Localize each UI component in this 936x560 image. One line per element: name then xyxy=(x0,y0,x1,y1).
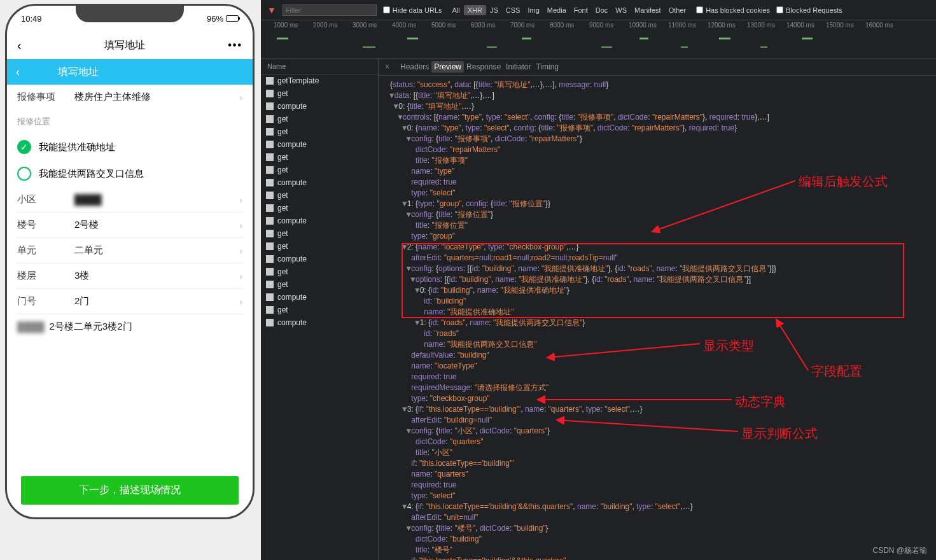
request-item[interactable]: compute xyxy=(261,138,378,151)
filter-type-xhr[interactable]: XHR xyxy=(464,5,486,15)
tab-headers[interactable]: Headers xyxy=(398,61,431,73)
file-icon xyxy=(266,230,274,237)
annotation-label: 动态字典 xyxy=(735,393,786,410)
request-item[interactable]: get xyxy=(261,113,378,125)
radio-crossroads[interactable]: 我能提供两路交叉口信息 xyxy=(7,160,253,187)
request-item[interactable]: compute xyxy=(261,316,378,329)
request-item[interactable]: compute xyxy=(261,253,378,265)
filter-type-doc[interactable]: Doc xyxy=(592,5,612,15)
request-item[interactable]: get xyxy=(261,164,378,176)
page-title-2: 填写地址 xyxy=(58,66,99,79)
request-item[interactable]: getTemplate xyxy=(261,74,378,87)
request-item[interactable]: get xyxy=(261,125,378,138)
request-name: get xyxy=(277,305,288,314)
form-row-repair[interactable]: 报修事项 楼房住户主体维修 › xyxy=(7,85,253,109)
form-row[interactable]: 小区████› xyxy=(7,187,253,212)
phone-notch xyxy=(76,6,184,22)
more-icon[interactable]: ••• xyxy=(228,39,242,51)
form-row[interactable]: 楼号2号楼› xyxy=(7,213,253,237)
filter-type-media[interactable]: Media xyxy=(543,5,570,15)
file-icon xyxy=(266,268,274,276)
request-item[interactable]: get xyxy=(261,304,378,316)
request-item[interactable]: get xyxy=(261,265,378,278)
request-name: get xyxy=(277,127,288,136)
request-name: compute xyxy=(277,216,307,225)
network-timeline[interactable]: 1000 ms2000 ms3000 ms4000 ms5000 ms6000 … xyxy=(261,20,936,59)
request-list-header: Name xyxy=(261,59,378,74)
form-row[interactable]: 门号2门› xyxy=(7,289,253,314)
file-icon xyxy=(266,319,274,326)
request-item[interactable]: get xyxy=(261,278,378,291)
row-value: 楼房住户主体维修 xyxy=(74,91,239,103)
chevron-right-icon: › xyxy=(239,271,242,281)
request-name: get xyxy=(277,153,288,162)
form-row[interactable]: 楼层3楼› xyxy=(7,263,253,288)
summary-row: ████ 2号楼二单元3楼2门 xyxy=(7,314,253,339)
tab-preview[interactable]: Preview xyxy=(431,61,464,73)
filter-type-other[interactable]: Other xyxy=(665,5,690,15)
filter-input[interactable] xyxy=(283,4,377,16)
chevron-right-icon: › xyxy=(239,92,242,102)
filter-type-all[interactable]: All xyxy=(449,5,464,15)
row-label: 门号 xyxy=(17,295,74,307)
close-icon[interactable]: × xyxy=(385,62,389,71)
file-icon xyxy=(266,192,274,199)
back-icon[interactable]: ‹ xyxy=(17,38,22,53)
row-label: 小区 xyxy=(17,193,74,206)
form-row[interactable]: 单元二单元› xyxy=(7,238,253,263)
filter-type-img[interactable]: Img xyxy=(524,5,543,15)
nav-bar-1: ‹ 填写地址 ••• xyxy=(7,31,253,59)
request-name: get xyxy=(277,89,288,98)
next-button[interactable]: 下一步，描述现场情况 xyxy=(21,476,239,505)
request-item[interactable]: get xyxy=(261,87,378,100)
request-item[interactable]: get xyxy=(261,189,378,202)
row-label: 楼号 xyxy=(17,219,74,231)
request-name: compute xyxy=(277,293,307,302)
request-item[interactable]: compute xyxy=(261,176,378,189)
filter-type-js[interactable]: JS xyxy=(486,5,502,15)
filter-type-css[interactable]: CSS xyxy=(502,5,524,15)
file-icon xyxy=(266,242,274,250)
filter-icon[interactable]: ▼ xyxy=(267,5,276,15)
request-item[interactable]: compute xyxy=(261,100,378,113)
radio-label: 我能提供两路交叉口信息 xyxy=(39,168,144,180)
radio-accurate-address[interactable]: ✓ 我能提供准确地址 xyxy=(7,134,253,160)
request-item[interactable]: get xyxy=(261,240,378,253)
request-name: get xyxy=(277,115,288,123)
filter-type-font[interactable]: Font xyxy=(570,5,592,15)
chevron-right-icon: › xyxy=(239,195,242,205)
request-name: get xyxy=(277,191,288,200)
filter-type-ws[interactable]: WS xyxy=(611,5,631,15)
request-item[interactable]: get xyxy=(261,202,378,214)
annotation-label: 显示判断公式 xyxy=(741,425,818,442)
status-time: 10:49 xyxy=(21,14,42,24)
tab-initiator[interactable]: Initiator xyxy=(503,61,533,73)
file-icon xyxy=(266,217,274,225)
hide-data-urls-checkbox[interactable]: Hide data URLs xyxy=(383,6,442,14)
file-icon xyxy=(266,102,274,110)
request-item[interactable]: get xyxy=(261,151,378,164)
preview-panel: × HeadersPreviewResponseInitiatorTiming … xyxy=(379,59,936,560)
row-label: 楼层 xyxy=(17,270,74,282)
form-list: 报修事项 楼房住户主体维修 › 报修位置 ✓ 我能提供准确地址 我能提供两路交叉… xyxy=(7,85,253,339)
tab-timing[interactable]: Timing xyxy=(533,61,561,73)
filter-type-manifest[interactable]: Manifest xyxy=(631,5,665,15)
request-item[interactable]: compute xyxy=(261,291,378,304)
file-icon xyxy=(266,281,274,288)
has-blocked-checkbox[interactable]: Has blocked cookies xyxy=(696,6,770,14)
request-name: get xyxy=(277,267,288,276)
file-icon xyxy=(266,293,274,301)
row-value: 2门 xyxy=(74,295,239,307)
battery-icon xyxy=(226,15,239,22)
blocked-requests-checkbox[interactable]: Blocked Requests xyxy=(776,6,842,14)
annotation-label: 编辑后触发公式 xyxy=(799,173,888,190)
radio-label: 我能提供准确地址 xyxy=(39,141,115,153)
request-item[interactable]: get xyxy=(261,227,378,240)
file-icon xyxy=(266,141,274,148)
radio-unchecked-icon xyxy=(17,167,31,181)
file-icon xyxy=(266,204,274,212)
back-icon-2[interactable]: ‹ xyxy=(16,66,20,79)
request-item[interactable]: compute xyxy=(261,214,378,227)
tab-response[interactable]: Response xyxy=(464,61,503,73)
file-icon xyxy=(266,128,274,136)
